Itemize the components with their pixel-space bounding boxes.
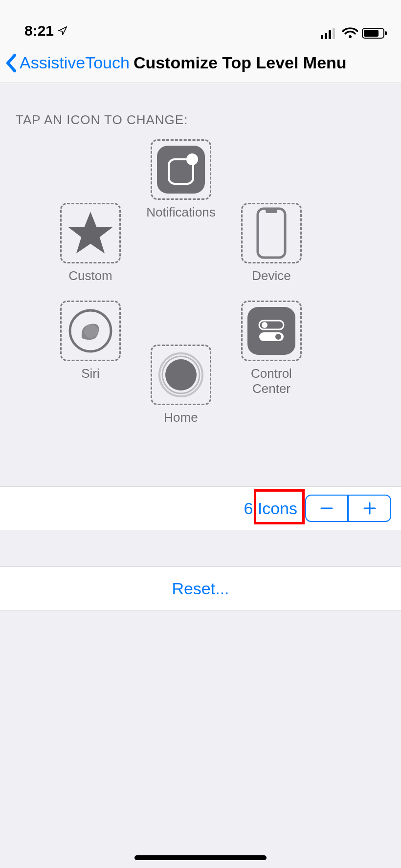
wifi-icon bbox=[342, 27, 358, 39]
icon-box bbox=[241, 203, 302, 263]
icon-label: Control Center bbox=[237, 366, 306, 396]
status-bar: 8:21 bbox=[0, 0, 401, 43]
icon-label: Siri bbox=[81, 366, 100, 381]
svg-rect-3 bbox=[333, 28, 335, 39]
siri-icon bbox=[66, 306, 115, 355]
svg-point-16 bbox=[275, 334, 281, 340]
device-icon bbox=[252, 206, 291, 260]
icon-box bbox=[151, 139, 211, 200]
reset-button[interactable]: Reset... bbox=[0, 566, 401, 610]
home-indicator[interactable] bbox=[134, 855, 267, 860]
back-label: AssistiveTouch bbox=[20, 53, 130, 72]
status-icons bbox=[321, 27, 388, 39]
svg-rect-6 bbox=[385, 31, 387, 35]
svg-rect-1 bbox=[325, 33, 327, 39]
plus-icon bbox=[362, 501, 377, 516]
status-time-group: 8:21 bbox=[24, 22, 67, 39]
increase-icons-button[interactable] bbox=[348, 495, 391, 522]
svg-point-14 bbox=[262, 322, 267, 328]
icon-count-row: 6 Icons bbox=[0, 486, 401, 530]
cellular-signal-icon bbox=[321, 27, 338, 39]
control-center-icon bbox=[247, 307, 295, 355]
icon-slot-custom[interactable]: Custom bbox=[56, 203, 125, 283]
home-button-icon bbox=[156, 350, 205, 399]
svg-rect-7 bbox=[364, 30, 379, 37]
icon-count-label: 6 Icons bbox=[244, 499, 297, 518]
icon-box bbox=[241, 301, 302, 361]
section-header: TAP AN ICON TO CHANGE: bbox=[0, 83, 401, 134]
chevron-left-icon bbox=[5, 53, 18, 73]
icon-label: Notifications bbox=[146, 205, 216, 220]
page-title: Customize Top Level Menu bbox=[134, 53, 347, 72]
nav-bar: AssistiveTouch Customize Top Level Menu bbox=[0, 43, 401, 83]
icon-slot-device[interactable]: Device bbox=[237, 203, 306, 283]
icon-grid: Notifications Custom Device Siri bbox=[0, 134, 401, 486]
icon-label: Custom bbox=[68, 268, 112, 283]
minus-icon bbox=[319, 501, 334, 516]
icon-count-stepper bbox=[305, 495, 391, 522]
icon-label: Device bbox=[252, 268, 290, 283]
icon-box bbox=[60, 301, 121, 361]
svg-rect-10 bbox=[258, 209, 285, 258]
back-button[interactable]: AssistiveTouch bbox=[5, 53, 130, 73]
location-arrow-icon bbox=[58, 26, 67, 36]
status-time: 8:21 bbox=[24, 22, 54, 39]
icon-box bbox=[60, 203, 121, 263]
notifications-icon bbox=[157, 146, 205, 194]
svg-point-4 bbox=[349, 35, 352, 38]
icon-slot-home[interactable]: Home bbox=[147, 345, 215, 425]
decrease-icons-button[interactable] bbox=[305, 495, 348, 522]
svg-rect-0 bbox=[321, 35, 323, 39]
svg-rect-2 bbox=[329, 30, 331, 39]
battery-icon bbox=[362, 27, 388, 39]
reset-label: Reset... bbox=[172, 579, 229, 598]
icon-slot-siri[interactable]: Siri bbox=[56, 301, 125, 381]
icon-slot-notifications[interactable]: Notifications bbox=[147, 139, 215, 220]
star-icon bbox=[65, 208, 116, 259]
icon-box bbox=[151, 345, 211, 405]
icon-slot-control-center[interactable]: Control Center bbox=[237, 301, 306, 396]
svg-point-9 bbox=[186, 153, 198, 165]
icon-label: Home bbox=[164, 410, 198, 425]
svg-point-19 bbox=[165, 359, 197, 391]
svg-rect-11 bbox=[266, 209, 277, 213]
